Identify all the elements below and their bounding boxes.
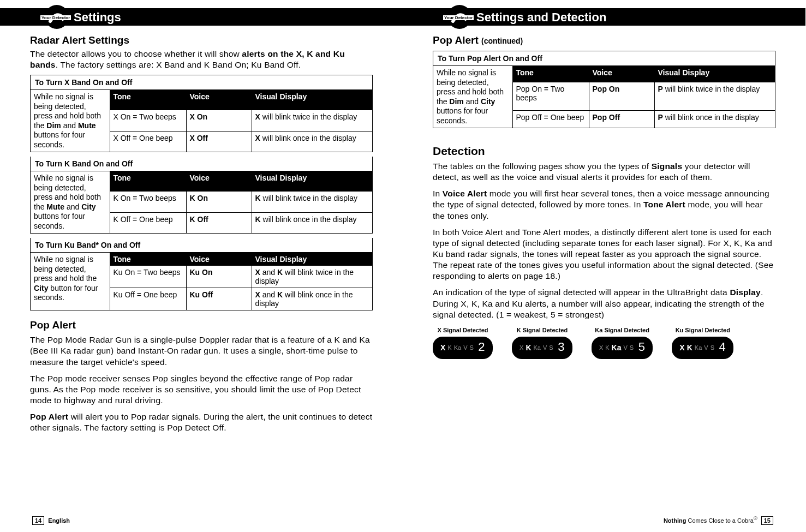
col-voice: Voice	[186, 253, 252, 266]
col-tone: Tone	[512, 66, 589, 82]
xband-instructions: While no signal is being detected, press…	[31, 90, 110, 152]
footer-left: 14 English	[30, 517, 70, 524]
header-subtitle: Your Detector	[443, 15, 474, 20]
pop-table: To Turn Pop Alert On and Off While no si…	[433, 51, 775, 128]
right-page: Settings and Detection Your Detector Pop…	[403, 0, 805, 532]
cell: Pop Off = One beep	[512, 111, 589, 128]
pop-para3: Pop Alert will alert you to Pop radar si…	[30, 411, 373, 433]
cell: P will blink twice in the display	[654, 82, 775, 110]
left-page: Settings Your Detector Radar Alert Setti…	[0, 0, 403, 532]
cell: Pop On	[589, 82, 654, 110]
cell: Ku Off = One beep	[110, 288, 186, 310]
cell: Ku Off	[186, 288, 252, 310]
badge-k: K Signal Detected XKKaVS3	[512, 327, 572, 359]
cell: X On = Two beeps	[110, 110, 186, 131]
header-subtitle: Your Detector	[40, 15, 71, 20]
badge-pill: XKKaVS2	[433, 337, 493, 359]
badge-x: X Signal Detected XKKaVS2	[433, 327, 493, 359]
kuband-title: To Turn Ku Band* On and Off	[31, 238, 372, 253]
badge-pill: XKKaVS4	[672, 337, 733, 359]
pop-table-title: To Turn Pop Alert On and Off	[433, 51, 775, 66]
badge-ku: Ku Signal Detected XKKaVS4	[672, 327, 733, 359]
cell: X will blink twice in the display	[252, 110, 372, 131]
cell: X will blink once in the display	[252, 131, 372, 152]
cell: Ku On = Two beeps	[110, 266, 186, 288]
cell: K Off = One beep	[110, 212, 186, 233]
det-para3: In both Voice Alert and Tone Alert modes…	[433, 227, 775, 282]
cell: Ku On	[186, 266, 252, 288]
kuband-instructions: While no signal is being detected, press…	[31, 253, 110, 310]
col-visual: Visual Display	[252, 90, 372, 110]
header-title: Settings	[74, 10, 121, 25]
badge-label: Ka Signal Detected	[592, 327, 653, 333]
page-number: 15	[761, 516, 773, 525]
det-para4: An indication of the type of signal dete…	[433, 287, 775, 320]
header-title: Settings and Detection	[476, 10, 606, 25]
col-visual: Visual Display	[252, 253, 372, 266]
kband-title: To Turn K Band On and Off	[31, 157, 372, 171]
col-visual: Visual Display	[252, 171, 372, 192]
badge-label: K Signal Detected	[512, 327, 572, 333]
col-voice: Voice	[186, 171, 252, 192]
footer-right: Nothing Comes Close to a Cobra® 15	[664, 516, 775, 524]
det-para1: The tables on the following pages show y…	[433, 161, 775, 183]
badge-label: X Signal Detected	[433, 327, 493, 333]
kuband-table: To Turn Ku Band* On and Off While no sig…	[30, 238, 373, 310]
cell: Pop On = Two beeps	[512, 82, 589, 110]
cell: K will blink twice in the display	[252, 192, 372, 212]
col-tone: Tone	[110, 253, 186, 266]
col-tone: Tone	[110, 90, 186, 110]
pop-alert-title: Pop Alert	[30, 319, 373, 331]
badge-label: Ku Signal Detected	[672, 327, 733, 333]
cell: X Off	[186, 131, 252, 152]
kband-table: To Turn K Band On and Off While no signa…	[30, 157, 373, 234]
pop-para1: The Pop Mode Radar Gun is a single-pulse…	[30, 334, 373, 367]
pop-cont-title: Pop Alert (continued)	[433, 34, 775, 46]
col-tone: Tone	[110, 171, 186, 192]
badge-ka: Ka Signal Detected XKKaVS5	[592, 327, 653, 359]
cell: K On	[186, 192, 252, 212]
cell: X and K will blink once in the display	[252, 288, 372, 310]
det-para2: In Voice Alert mode you will first hear …	[433, 188, 775, 221]
radar-settings-title: Radar Alert Settings	[30, 34, 373, 46]
pop-instructions: While no signal is being detected, press…	[433, 66, 512, 128]
col-voice: Voice	[186, 90, 252, 110]
badge-pill: XKKaVS5	[592, 337, 653, 359]
radar-intro: The detector allows you to choose whethe…	[30, 49, 373, 70]
cell: Pop Off	[589, 111, 654, 128]
page-number: 14	[32, 516, 44, 525]
cell: X On	[186, 110, 252, 131]
col-voice: Voice	[589, 66, 654, 82]
xband-title: To Turn X Band On and Off	[31, 75, 372, 90]
signal-badges: X Signal Detected XKKaVS2 K Signal Detec…	[433, 327, 775, 359]
pop-para2: The Pop mode receiver senses Pop singles…	[30, 373, 373, 406]
cell: X and K will blink twice in the display	[252, 266, 372, 288]
cell: X Off = One beep	[110, 131, 186, 152]
cell: P will blink once in the display	[654, 111, 775, 128]
badge-pill: XKKaVS3	[512, 337, 572, 359]
cell: K On = Two beeps	[110, 192, 186, 212]
kband-instructions: While no signal is being detected, press…	[31, 171, 110, 233]
col-visual: Visual Display	[654, 66, 775, 82]
footer-text: Nothing Comes Close to a Cobra®	[664, 517, 757, 524]
detection-title: Detection	[433, 145, 775, 158]
xband-table: To Turn X Band On and Off While no signa…	[30, 75, 373, 152]
cell: K Off	[186, 212, 252, 233]
footer-text: English	[48, 517, 70, 524]
cell: K will blink once in the display	[252, 212, 372, 233]
